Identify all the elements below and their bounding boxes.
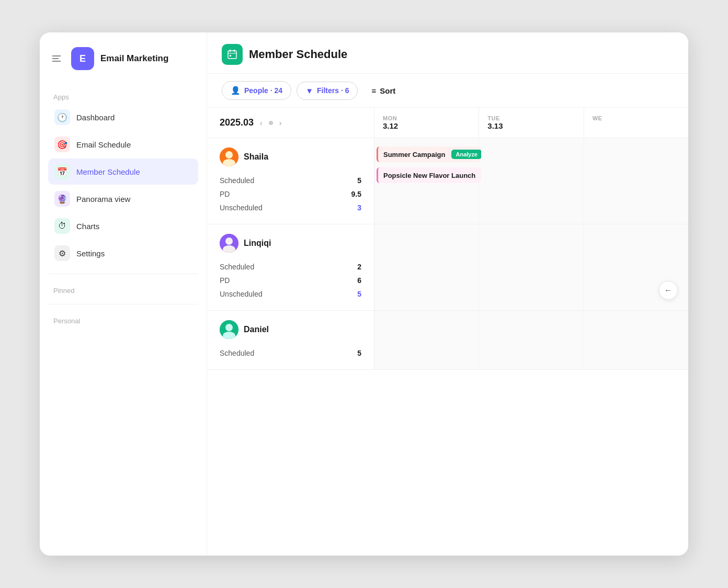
settings-icon: ⚙ — [54, 245, 70, 261]
member-schedule-icon: 📅 — [54, 164, 70, 179]
avatar — [220, 320, 238, 339]
svg-point-9 — [225, 151, 233, 159]
analyze-badge: Analyze — [451, 150, 481, 159]
stat-row-unscheduled: Unscheduled 3 — [220, 201, 361, 214]
sort-icon: ≡ — [371, 86, 376, 95]
sidebar-label-settings: Settings — [76, 249, 105, 258]
stat-row-pd: PD 9.5 — [220, 187, 361, 201]
filters-button[interactable]: ▼ Filters · 6 — [297, 82, 358, 100]
stat-value: 9.5 — [351, 190, 361, 198]
sidebar-divider-2 — [48, 304, 198, 304]
member-calendar-linqiqi: ← — [374, 224, 688, 310]
schedule-area: 2025.03 ‹ › MON 3.12 TUE 3.13 — [207, 108, 688, 556]
dashboard-icon: 🕐 — [54, 109, 70, 125]
member-calendar-shaila: Summer Campaign Analyze Popsicle New Fla… — [374, 138, 688, 224]
main-content: Member Schedule 👤 People · 24 ▼ Filters … — [207, 32, 688, 556]
section-label-apps: Apps — [48, 89, 198, 104]
event-name: Summer Campaign — [383, 151, 445, 159]
cal-day-wed-daniel — [584, 311, 688, 369]
month-nav: 2025.03 ‹ › — [220, 117, 283, 129]
app-icon: E — [71, 47, 94, 70]
member-name-linqiqi: Linqiqi — [244, 239, 271, 248]
stat-label: PD — [220, 190, 230, 198]
people-icon: 👤 — [231, 86, 241, 95]
stat-value: 5 — [357, 349, 361, 357]
sidebar-divider-1 — [48, 274, 198, 274]
sidebar-label-member-schedule: Member Schedule — [76, 167, 140, 176]
member-name-row-shaila: Shaila — [220, 148, 361, 166]
stat-value-highlight: 5 — [357, 290, 361, 298]
cal-day-tue-daniel — [479, 311, 584, 369]
sort-button[interactable]: ≡ Sort — [363, 82, 404, 99]
stat-row-scheduled: Scheduled 5 — [220, 346, 361, 360]
stat-label: PD — [220, 276, 230, 285]
member-name-shaila: Shaila — [244, 152, 268, 162]
stat-row-scheduled: Scheduled 2 — [220, 260, 361, 274]
section-label-personal: Personal — [48, 313, 198, 328]
member-name-row-linqiqi: Linqiqi — [220, 234, 361, 253]
email-schedule-icon: 🎯 — [54, 137, 70, 152]
stat-label: Scheduled — [220, 263, 254, 271]
sidebar-header: E Email Marketing — [48, 47, 198, 70]
stat-label: Scheduled — [220, 176, 254, 185]
app-name: Email Marketing — [100, 53, 168, 64]
section-label-pinned: Pinned — [48, 282, 198, 298]
day-column-headers: MON 3.12 TUE 3.13 WE — [374, 108, 688, 138]
nav-dot — [269, 121, 273, 125]
sidebar-item-dashboard[interactable]: 🕐 Dashboard — [48, 104, 198, 130]
filter-icon: ▼ — [305, 86, 313, 95]
cal-day-mon-daniel — [374, 311, 479, 369]
member-info-daniel: Daniel Scheduled 5 — [207, 311, 374, 369]
next-month-button[interactable]: › — [277, 117, 284, 129]
member-calendar-daniel — [374, 311, 688, 369]
prev-month-button[interactable]: ‹ — [258, 117, 265, 129]
sidebar-label-panorama: Panorama view — [76, 195, 130, 203]
people-filter-button[interactable]: 👤 People · 24 — [222, 81, 291, 100]
sidebar-item-panorama-view[interactable]: 🔮 Panorama view — [48, 186, 198, 212]
page-icon — [222, 44, 243, 65]
month-label: 2025.03 — [220, 117, 254, 128]
table-row: Linqiqi Scheduled 2 PD 6 Unscheduled 5 — [207, 224, 688, 311]
stat-value: 5 — [357, 176, 361, 185]
top-bar: Member Schedule — [207, 32, 688, 74]
event-summer-campaign[interactable]: Summer Campaign Analyze — [377, 146, 481, 162]
sidebar-item-settings[interactable]: ⚙ Settings — [48, 240, 198, 266]
cal-day-mon-shaila: Summer Campaign Analyze Popsicle New Fla… — [374, 138, 479, 224]
schedule-header: 2025.03 ‹ › MON 3.12 TUE 3.13 — [207, 108, 688, 138]
sidebar: E Email Marketing Apps 🕐 Dashboard 🎯 Ema… — [40, 32, 207, 556]
cal-day-tue-linqiqi — [479, 224, 584, 310]
filters-label: Filters · 6 — [317, 86, 349, 95]
cal-day-tue-shaila — [479, 138, 584, 224]
sidebar-item-email-schedule[interactable]: 🎯 Email Schedule — [48, 131, 198, 157]
sidebar-item-member-schedule[interactable]: 📅 Member Schedule — [48, 159, 198, 185]
member-info-linqiqi: Linqiqi Scheduled 2 PD 6 Unscheduled 5 — [207, 224, 374, 310]
stat-label: Scheduled — [220, 349, 254, 357]
back-button[interactable]: ← — [659, 281, 678, 300]
sidebar-toggle-button[interactable] — [48, 50, 65, 67]
svg-rect-3 — [228, 51, 236, 59]
panorama-icon: 🔮 — [54, 191, 70, 207]
sort-label: Sort — [380, 86, 395, 95]
stat-value: 6 — [357, 276, 361, 285]
stat-label: Unscheduled — [220, 203, 263, 212]
svg-rect-7 — [230, 55, 231, 56]
sidebar-label-dashboard: Dashboard — [76, 113, 115, 122]
cal-day-wed-shaila — [584, 138, 688, 224]
schedule-body: Shaila Scheduled 5 PD 9.5 Unscheduled — [207, 138, 688, 556]
svg-point-15 — [225, 324, 233, 331]
day-header-tue: TUE 3.13 — [479, 108, 584, 138]
month-navigation: 2025.03 ‹ › — [207, 108, 374, 138]
svg-point-12 — [225, 238, 233, 245]
sidebar-label-email-schedule: Email Schedule — [76, 140, 131, 149]
member-name-daniel: Daniel — [244, 325, 269, 334]
sidebar-item-charts[interactable]: ⏱ Charts — [48, 213, 198, 239]
stat-row-pd: PD 6 — [220, 274, 361, 287]
table-row: Daniel Scheduled 5 — [207, 311, 688, 370]
toolbar: 👤 People · 24 ▼ Filters · 6 ≡ Sort — [207, 74, 688, 108]
charts-icon: ⏱ — [54, 218, 70, 234]
stat-row-unscheduled: Unscheduled 5 — [220, 287, 361, 301]
event-popsicle-launch[interactable]: Popsicle New Flavor Launch S — [377, 167, 481, 183]
member-info-shaila: Shaila Scheduled 5 PD 9.5 Unscheduled — [207, 138, 374, 224]
people-label: People · 24 — [244, 86, 282, 95]
stat-label: Unscheduled — [220, 290, 263, 298]
